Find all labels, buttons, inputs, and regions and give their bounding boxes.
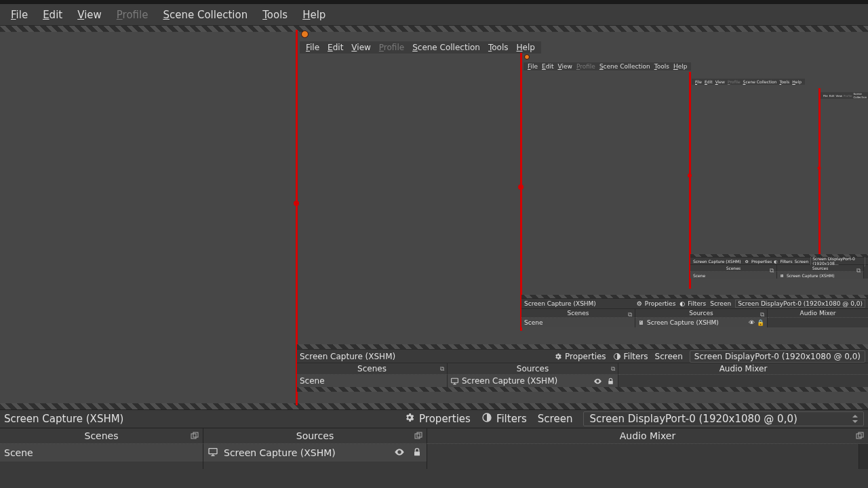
nested-menubar-2: FileEditView ProfileScene Collection Too… <box>524 62 691 70</box>
preview-hatch-top <box>0 26 868 32</box>
menu-file[interactable]: FFileile <box>4 6 35 24</box>
nested-panels-3: Screen Capture (XSHM) ⚙ Properties ◐ Fil… <box>690 254 868 279</box>
properties-button[interactable]: Properties <box>404 412 471 426</box>
properties-label: Properties <box>419 413 471 425</box>
eye-icon[interactable] <box>394 447 405 460</box>
nested2-filters-btn: ◐ Filters <box>679 300 706 307</box>
window-close-icon-2 <box>524 54 530 60</box>
nested1-screen-value: Screen DisplayPort-0 (1920x1080 @ 0,0) <box>690 350 865 363</box>
source-item[interactable]: Screen Capture (XSHM) <box>203 444 427 462</box>
nested3-screen-label: Screen <box>795 259 809 264</box>
mixer-title: Audio Mixer <box>620 430 675 441</box>
menu-help[interactable]: Help <box>296 6 332 24</box>
svg-rect-2 <box>608 380 613 384</box>
nested2-scene-item: Scene <box>521 318 635 327</box>
nested2-sources-head: Sources <box>689 310 713 317</box>
source-info-bar: Screen Capture (XSHM) Properties Filters… <box>0 409 868 428</box>
source-item-label: Screen Capture (XSHM) <box>224 447 336 458</box>
menu-tools[interactable]: Tools <box>256 6 294 24</box>
audio-mixer-panel: Audio Mixer <box>427 428 868 469</box>
filters-icon <box>481 412 492 426</box>
nested-menubar-1: FileEditView ProfileScene Collection Too… <box>300 41 541 54</box>
gear-icon <box>404 412 415 426</box>
nested1-sources-head: Sources <box>517 364 549 373</box>
nested-panels-1: Screen Capture (XSHM) Properties Filters… <box>297 344 868 392</box>
nested2-scenes-head: Scenes <box>567 310 589 317</box>
selection-border-2 <box>520 53 522 331</box>
screen-dropdown-value: Screen DisplayPort-0 (1920x1080 @ 0,0) <box>589 413 797 425</box>
window-close-icon-1 <box>301 30 309 38</box>
filters-button[interactable]: Filters <box>481 412 527 426</box>
nested3-properties-btn: ⚙ Properties <box>745 259 772 264</box>
svg-rect-1 <box>452 378 458 383</box>
menu-profile[interactable]: Profile <box>110 6 155 24</box>
screen-label: Screen <box>538 413 573 425</box>
sources-title: Sources <box>296 430 334 441</box>
menu-view[interactable]: View <box>71 6 108 24</box>
scenes-panel: Scenes Scene <box>0 428 203 469</box>
mixer-panel-head: Audio Mixer <box>427 428 868 444</box>
undock-icon <box>856 431 864 439</box>
sources-panel: Sources Screen Capture (XSHM) <box>203 428 427 469</box>
nested1-properties-btn: Properties <box>554 352 606 361</box>
svg-rect-9 <box>414 451 420 455</box>
nested2-source: Screen Capture (XSHM) <box>524 300 596 307</box>
mixer-scrollbar[interactable] <box>859 444 868 469</box>
nested-panels-2: Screen Capture (XSHM) ⚙ Properties ◐ Fil… <box>521 295 868 327</box>
scene-item-label: Scene <box>4 447 33 458</box>
nested2-screen-value: Screen DisplayPort-0 (1920x1080 @ 0,0) <box>735 300 865 308</box>
selection-border-4 <box>818 88 821 257</box>
preview-hatch-bottom <box>0 403 868 409</box>
menubar: FFileile Edit View Profile Scene Collect… <box>0 4 868 26</box>
selection-handle-2[interactable] <box>518 184 524 190</box>
scenes-undock-button[interactable] <box>191 431 199 442</box>
nested2-properties-btn: ⚙ Properties <box>637 300 676 307</box>
selection-handle-3[interactable] <box>688 174 692 178</box>
nested3-scenes-head: Scenes <box>726 266 741 270</box>
menu-edit[interactable]: Edit <box>36 6 69 24</box>
nested-menubar-3: FileEditView ProfileScene Collection Too… <box>692 79 805 85</box>
nested3-sources-head: Sources <box>812 266 829 270</box>
svg-rect-8 <box>209 448 217 453</box>
screen-dropdown[interactable]: Screen DisplayPort-0 (1920x1080 @ 0,0) <box>583 411 864 426</box>
nested-menubar-4: FileEditView ProfileScene Collection Too… <box>821 92 868 99</box>
undock-icon <box>191 431 199 439</box>
nested1-source: Screen Capture (XSHM) <box>300 352 395 361</box>
scene-item[interactable]: Scene <box>0 444 203 462</box>
selection-handle-1[interactable] <box>294 201 299 206</box>
nested1-filters-btn: Filters <box>613 352 648 361</box>
undock-icon <box>414 431 422 439</box>
nested1-scene-item: Scene <box>297 375 447 387</box>
selection-handle-4[interactable] <box>818 167 821 170</box>
scenes-title: Scenes <box>85 430 119 441</box>
monitor-icon <box>208 447 218 460</box>
selected-source-name: Screen Capture (XSHM) <box>4 413 123 425</box>
nested1-mixer-head: Audio Mixer <box>719 364 768 373</box>
dock-panels: Scenes Scene Sources Screen Capture (XSH… <box>0 428 868 469</box>
nested1-scenes-head: Scenes <box>357 364 387 373</box>
nested3-filters-btn: ◐ Filters <box>774 259 792 264</box>
lock-icon[interactable] <box>412 447 422 460</box>
nested2-screen-label: Screen <box>710 300 731 307</box>
sources-panel-head: Sources <box>203 428 427 444</box>
mixer-undock-button[interactable] <box>856 431 864 442</box>
sources-undock-button[interactable] <box>414 431 422 442</box>
scenes-panel-head: Scenes <box>0 428 203 444</box>
filters-label: Filters <box>496 413 527 425</box>
mixer-body <box>427 444 859 469</box>
preview-area[interactable]: FileEditView ProfileScene Collection Too… <box>0 26 868 409</box>
nested1-screen-label: Screen <box>655 352 683 361</box>
menu-scene-collection[interactable]: Scene Collection <box>156 6 254 24</box>
nested3-source: Screen Capture (XSHM) <box>693 259 741 264</box>
